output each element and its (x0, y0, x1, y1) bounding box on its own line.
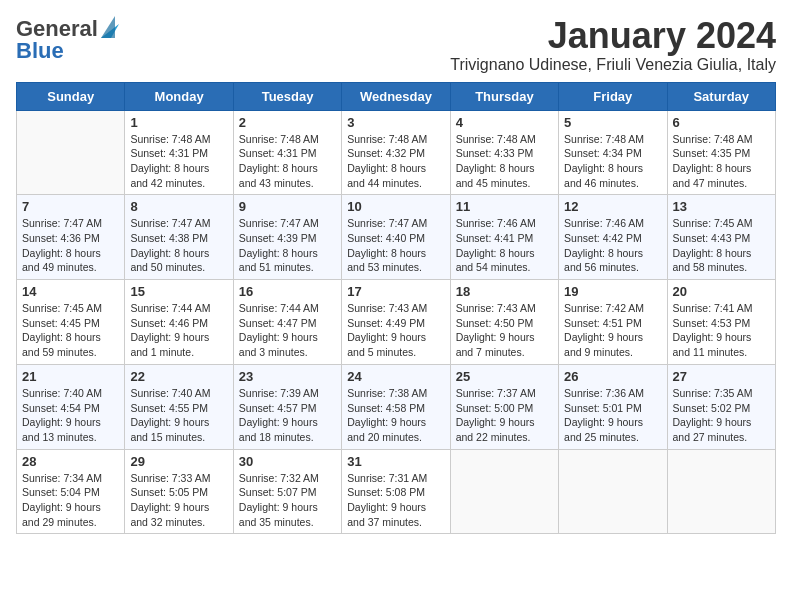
title-block: January 2024 Trivignano Udinese, Friuli … (450, 16, 776, 74)
calendar-cell: 1Sunrise: 7:48 AMSunset: 4:31 PMDaylight… (125, 110, 233, 195)
day-number: 1 (130, 115, 227, 130)
calendar-cell: 21Sunrise: 7:40 AMSunset: 4:54 PMDayligh… (17, 364, 125, 449)
calendar-body: 1Sunrise: 7:48 AMSunset: 4:31 PMDaylight… (17, 110, 776, 534)
day-info: Sunrise: 7:46 AMSunset: 4:41 PMDaylight:… (456, 216, 553, 275)
day-info: Sunrise: 7:48 AMSunset: 4:35 PMDaylight:… (673, 132, 770, 191)
calendar-table: SundayMondayTuesdayWednesdayThursdayFrid… (16, 82, 776, 535)
day-number: 16 (239, 284, 336, 299)
day-info: Sunrise: 7:48 AMSunset: 4:31 PMDaylight:… (239, 132, 336, 191)
calendar-cell: 11Sunrise: 7:46 AMSunset: 4:41 PMDayligh… (450, 195, 558, 280)
day-number: 7 (22, 199, 119, 214)
logo-bird-icon (101, 16, 119, 38)
day-number: 25 (456, 369, 553, 384)
calendar-cell: 4Sunrise: 7:48 AMSunset: 4:33 PMDaylight… (450, 110, 558, 195)
day-number: 28 (22, 454, 119, 469)
day-number: 26 (564, 369, 661, 384)
day-number: 9 (239, 199, 336, 214)
day-info: Sunrise: 7:44 AMSunset: 4:46 PMDaylight:… (130, 301, 227, 360)
day-info: Sunrise: 7:47 AMSunset: 4:36 PMDaylight:… (22, 216, 119, 275)
logo-blue-text: Blue (16, 40, 64, 62)
day-of-week-sunday: Sunday (17, 82, 125, 110)
day-number: 17 (347, 284, 444, 299)
day-info: Sunrise: 7:39 AMSunset: 4:57 PMDaylight:… (239, 386, 336, 445)
day-info: Sunrise: 7:47 AMSunset: 4:40 PMDaylight:… (347, 216, 444, 275)
logo-general-text: General (16, 18, 98, 40)
day-of-week-friday: Friday (559, 82, 667, 110)
day-of-week-saturday: Saturday (667, 82, 775, 110)
calendar-cell: 3Sunrise: 7:48 AMSunset: 4:32 PMDaylight… (342, 110, 450, 195)
day-number: 6 (673, 115, 770, 130)
calendar-cell: 20Sunrise: 7:41 AMSunset: 4:53 PMDayligh… (667, 280, 775, 365)
day-number: 21 (22, 369, 119, 384)
week-row-4: 21Sunrise: 7:40 AMSunset: 4:54 PMDayligh… (17, 364, 776, 449)
day-info: Sunrise: 7:48 AMSunset: 4:31 PMDaylight:… (130, 132, 227, 191)
day-info: Sunrise: 7:31 AMSunset: 5:08 PMDaylight:… (347, 471, 444, 530)
day-number: 2 (239, 115, 336, 130)
day-info: Sunrise: 7:36 AMSunset: 5:01 PMDaylight:… (564, 386, 661, 445)
calendar-cell: 10Sunrise: 7:47 AMSunset: 4:40 PMDayligh… (342, 195, 450, 280)
day-number: 24 (347, 369, 444, 384)
day-info: Sunrise: 7:43 AMSunset: 4:49 PMDaylight:… (347, 301, 444, 360)
calendar-cell: 13Sunrise: 7:45 AMSunset: 4:43 PMDayligh… (667, 195, 775, 280)
day-number: 29 (130, 454, 227, 469)
day-number: 13 (673, 199, 770, 214)
svg-marker-1 (101, 16, 115, 38)
day-number: 12 (564, 199, 661, 214)
day-number: 20 (673, 284, 770, 299)
calendar-cell (559, 449, 667, 534)
day-info: Sunrise: 7:37 AMSunset: 5:00 PMDaylight:… (456, 386, 553, 445)
day-info: Sunrise: 7:41 AMSunset: 4:53 PMDaylight:… (673, 301, 770, 360)
calendar-cell: 2Sunrise: 7:48 AMSunset: 4:31 PMDaylight… (233, 110, 341, 195)
calendar-cell: 30Sunrise: 7:32 AMSunset: 5:07 PMDayligh… (233, 449, 341, 534)
day-info: Sunrise: 7:40 AMSunset: 4:54 PMDaylight:… (22, 386, 119, 445)
location-title: Trivignano Udinese, Friuli Venezia Giuli… (450, 56, 776, 74)
day-number: 23 (239, 369, 336, 384)
calendar-cell: 19Sunrise: 7:42 AMSunset: 4:51 PMDayligh… (559, 280, 667, 365)
month-title: January 2024 (450, 16, 776, 56)
day-number: 14 (22, 284, 119, 299)
calendar-cell: 28Sunrise: 7:34 AMSunset: 5:04 PMDayligh… (17, 449, 125, 534)
calendar-cell: 6Sunrise: 7:48 AMSunset: 4:35 PMDaylight… (667, 110, 775, 195)
day-info: Sunrise: 7:38 AMSunset: 4:58 PMDaylight:… (347, 386, 444, 445)
calendar-cell: 7Sunrise: 7:47 AMSunset: 4:36 PMDaylight… (17, 195, 125, 280)
week-row-3: 14Sunrise: 7:45 AMSunset: 4:45 PMDayligh… (17, 280, 776, 365)
day-of-week-tuesday: Tuesday (233, 82, 341, 110)
day-number: 10 (347, 199, 444, 214)
day-number: 18 (456, 284, 553, 299)
week-row-5: 28Sunrise: 7:34 AMSunset: 5:04 PMDayligh… (17, 449, 776, 534)
logo: General Blue (16, 16, 119, 62)
day-info: Sunrise: 7:48 AMSunset: 4:33 PMDaylight:… (456, 132, 553, 191)
day-info: Sunrise: 7:42 AMSunset: 4:51 PMDaylight:… (564, 301, 661, 360)
calendar-cell: 8Sunrise: 7:47 AMSunset: 4:38 PMDaylight… (125, 195, 233, 280)
day-number: 8 (130, 199, 227, 214)
calendar-header: SundayMondayTuesdayWednesdayThursdayFrid… (17, 82, 776, 110)
calendar-cell: 25Sunrise: 7:37 AMSunset: 5:00 PMDayligh… (450, 364, 558, 449)
page-header: General Blue January 2024 Trivignano Udi… (16, 16, 776, 74)
day-info: Sunrise: 7:44 AMSunset: 4:47 PMDaylight:… (239, 301, 336, 360)
calendar-cell: 23Sunrise: 7:39 AMSunset: 4:57 PMDayligh… (233, 364, 341, 449)
calendar-cell: 22Sunrise: 7:40 AMSunset: 4:55 PMDayligh… (125, 364, 233, 449)
calendar-cell: 15Sunrise: 7:44 AMSunset: 4:46 PMDayligh… (125, 280, 233, 365)
day-of-week-thursday: Thursday (450, 82, 558, 110)
day-number: 31 (347, 454, 444, 469)
day-info: Sunrise: 7:48 AMSunset: 4:32 PMDaylight:… (347, 132, 444, 191)
calendar-cell: 24Sunrise: 7:38 AMSunset: 4:58 PMDayligh… (342, 364, 450, 449)
day-number: 4 (456, 115, 553, 130)
day-number: 5 (564, 115, 661, 130)
days-of-week-row: SundayMondayTuesdayWednesdayThursdayFrid… (17, 82, 776, 110)
calendar-cell: 9Sunrise: 7:47 AMSunset: 4:39 PMDaylight… (233, 195, 341, 280)
day-number: 15 (130, 284, 227, 299)
day-info: Sunrise: 7:47 AMSunset: 4:39 PMDaylight:… (239, 216, 336, 275)
week-row-1: 1Sunrise: 7:48 AMSunset: 4:31 PMDaylight… (17, 110, 776, 195)
day-number: 22 (130, 369, 227, 384)
day-number: 30 (239, 454, 336, 469)
calendar-cell (450, 449, 558, 534)
day-number: 3 (347, 115, 444, 130)
day-info: Sunrise: 7:46 AMSunset: 4:42 PMDaylight:… (564, 216, 661, 275)
day-number: 27 (673, 369, 770, 384)
calendar-cell (667, 449, 775, 534)
day-info: Sunrise: 7:43 AMSunset: 4:50 PMDaylight:… (456, 301, 553, 360)
calendar-cell: 27Sunrise: 7:35 AMSunset: 5:02 PMDayligh… (667, 364, 775, 449)
calendar-cell: 5Sunrise: 7:48 AMSunset: 4:34 PMDaylight… (559, 110, 667, 195)
week-row-2: 7Sunrise: 7:47 AMSunset: 4:36 PMDaylight… (17, 195, 776, 280)
